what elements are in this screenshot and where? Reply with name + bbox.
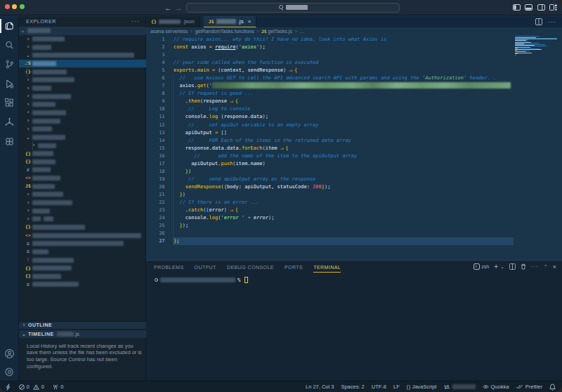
- status-quokka[interactable]: Quokka: [483, 384, 509, 390]
- new-terminal-button[interactable]: +: [494, 263, 498, 270]
- tree-folder-row[interactable]: ›: [19, 100, 146, 109]
- tree-file-row[interactable]: <>: [19, 231, 146, 240]
- activity-bar-item-extensions[interactable]: [0, 93, 19, 113]
- tree-folder-row[interactable]: ›: [19, 215, 146, 223]
- code-token: // send apiOutput array as the response: [174, 176, 315, 182]
- editor-tab[interactable]: {}.json: [146, 16, 200, 27]
- tree-file-row[interactable]: {}: [19, 264, 146, 273]
- terminal[interactable]: %: [155, 277, 248, 283]
- minimize-window-button[interactable]: [12, 4, 17, 9]
- tree-file-row[interactable]: <>: [19, 174, 146, 183]
- activity-bar-item-hub-extension[interactable]: [0, 113, 19, 133]
- json-file-icon: {}: [25, 274, 32, 278]
- workbench: EXPLORER ··· ⌄››⌄JS{}›››››››⌄›{}{}#<>JS›…: [0, 16, 562, 381]
- tree-file-row[interactable]: ≡: [19, 240, 146, 248]
- kill-terminal-icon[interactable]: [521, 263, 526, 270]
- customize-layout-icon[interactable]: [549, 4, 557, 11]
- explorer-more-actions-icon[interactable]: ···: [131, 18, 140, 25]
- activity-bar-item-run-debug[interactable]: [0, 74, 19, 94]
- split-terminal-icon[interactable]: [509, 263, 516, 270]
- code-editor[interactable]: 1// require axios... why do this? I have…: [146, 36, 562, 260]
- minimap[interactable]: [515, 36, 558, 55]
- activity-bar-item-accounts[interactable]: [0, 344, 19, 362]
- split-editor-icon[interactable]: [535, 18, 542, 25]
- status-language[interactable]: { }JavaScript: [407, 384, 437, 390]
- problems-indicator[interactable]: 0 0: [19, 384, 44, 390]
- toggle-panel-icon[interactable]: [525, 4, 532, 11]
- activity-bar-item-source-control[interactable]: [0, 55, 19, 74]
- file-tree: ⌄››⌄JS{}›››››››⌄›{}{}#<>JS››››{}<>≡≡!{}{…: [19, 27, 146, 289]
- tree-file-row[interactable]: JS: [19, 182, 146, 190]
- tree-root-folder[interactable]: ⌄: [19, 27, 146, 35]
- tree-file-row[interactable]: {}: [19, 158, 146, 166]
- tree-file-row[interactable]: ≡: [19, 248, 146, 256]
- close-tab-icon[interactable]: ×: [248, 18, 251, 25]
- tree-folder-row[interactable]: ›: [19, 117, 146, 125]
- status-eol[interactable]: LF: [393, 384, 400, 390]
- status-indentation[interactable]: Spaces: 2: [341, 384, 364, 390]
- status-cursor-position[interactable]: Ln 27, Col 3: [306, 384, 334, 390]
- tree-folder-row[interactable]: ›: [19, 76, 146, 84]
- maximize-panel-icon[interactable]: ⌃: [544, 264, 548, 270]
- outline-section-header[interactable]: › OUTLINE: [19, 321, 146, 329]
- command-center-search[interactable]: [186, 3, 400, 13]
- tree-file-row[interactable]: !: [19, 256, 146, 264]
- tree-file-row[interactable]: {}: [19, 223, 146, 232]
- more-actions-icon[interactable]: ···: [548, 18, 556, 25]
- code-token: log: [209, 215, 218, 221]
- tree-folder-row[interactable]: ›: [19, 35, 146, 44]
- tree-file-row[interactable]: ≡: [19, 280, 146, 289]
- activity-bar-item-custom-extension[interactable]: [0, 132, 19, 152]
- terminal-shell-picker[interactable]: >_ zsh: [473, 263, 489, 270]
- breadcrumb-item[interactable]: asana-serverless: [150, 29, 188, 34]
- activity-bar-item-settings[interactable]: [0, 362, 19, 381]
- status-encoding[interactable]: UTF-8: [372, 384, 386, 390]
- tree-folder-row[interactable]: ›: [19, 125, 146, 133]
- tree-folder-row[interactable]: ›: [19, 207, 146, 215]
- tree-file-row[interactable]: JS: [19, 60, 146, 68]
- tree-folder-row[interactable]: ›: [19, 44, 146, 52]
- ports-indicator[interactable]: 0: [52, 384, 64, 390]
- panel-tab-ports[interactable]: PORTS: [285, 262, 303, 273]
- tree-folder-row[interactable]: ›: [19, 92, 146, 100]
- status-notifications[interactable]: [549, 384, 556, 391]
- breadcrumb-item[interactable]: JSgetTasks.js: [261, 29, 292, 34]
- status-prettier[interactable]: Prettier: [516, 384, 542, 390]
- tree-folder-row[interactable]: ›: [19, 109, 146, 117]
- activity-bar-item-search[interactable]: [0, 36, 19, 55]
- panel-tab-debug-console[interactable]: DEBUG CONSOLE: [227, 262, 274, 273]
- panel-tab-problems[interactable]: PROBLEMS: [154, 262, 184, 273]
- toggle-secondary-sidebar-icon[interactable]: [537, 4, 545, 11]
- terminal-dropdown-icon[interactable]: ⌄: [500, 264, 504, 270]
- navigate-back-button[interactable]: ←: [164, 2, 172, 13]
- tree-file-row[interactable]: {}: [19, 272, 146, 280]
- tree-file-row[interactable]: #: [19, 166, 146, 174]
- code-token: response: [203, 98, 227, 104]
- tree-folder-row[interactable]: ›: [19, 84, 146, 93]
- tree-folder-row[interactable]: ⌄: [19, 133, 146, 142]
- status-label: Ln 27, Col 3: [306, 384, 334, 390]
- tree-file-row[interactable]: {}: [19, 150, 146, 158]
- status-sync[interactable]: [443, 384, 476, 390]
- tree-folder-row[interactable]: ›: [19, 190, 146, 199]
- panel-more-actions-icon[interactable]: ···: [531, 263, 539, 270]
- timeline-section-header[interactable]: ⌄ TIMELINE .js: [19, 329, 146, 338]
- line-content: response.data.data.forEach(item ⇒ {: [165, 145, 289, 151]
- panel-tab-output[interactable]: OUTPUT: [195, 262, 216, 273]
- navigate-forward-button[interactable]: →: [175, 2, 183, 13]
- editor-tab-active[interactable]: JS.js×: [204, 16, 257, 27]
- tree-folder-row[interactable]: ›: [19, 199, 146, 207]
- zoom-window-button[interactable]: [20, 4, 25, 9]
- close-window-button[interactable]: [5, 4, 10, 9]
- breadcrumb-item[interactable]: …: [299, 29, 304, 34]
- panel-tab-terminal[interactable]: TERMINAL: [313, 262, 341, 273]
- notifications-icon: [549, 384, 556, 391]
- breadcrumb-item[interactable]: getRandomTasks.functions: [195, 29, 254, 34]
- toggle-sidebar-icon[interactable]: [513, 4, 521, 11]
- close-panel-icon[interactable]: ×: [553, 263, 556, 270]
- tree-file-row[interactable]: {}: [19, 67, 146, 76]
- tree-folder-row[interactable]: ⌄: [19, 51, 146, 60]
- activity-bar-item-explorer[interactable]: [0, 16, 19, 36]
- remote-indicator[interactable]: [5, 384, 11, 391]
- tree-folder-row[interactable]: ›: [19, 141, 146, 150]
